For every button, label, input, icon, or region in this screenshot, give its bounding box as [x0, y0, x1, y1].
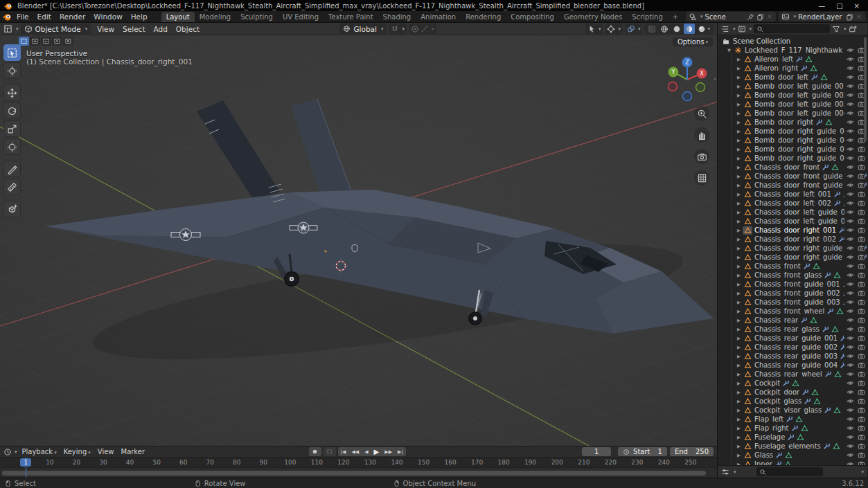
modifier-icon[interactable]: [800, 316, 808, 324]
modifier-icon[interactable]: [775, 451, 783, 459]
disclosure-triangle-icon[interactable]: ▶: [735, 462, 743, 466]
outliner-row-bomb-door-left-guide-004[interactable]: ▶Bomb_door_left_guide_004: [718, 109, 867, 118]
disable-render-camera-icon[interactable]: [858, 145, 865, 153]
zoom-icon[interactable]: [694, 106, 709, 121]
hide-eye-icon[interactable]: [847, 109, 854, 117]
disable-render-camera-icon[interactable]: [858, 199, 865, 207]
outliner-row-cockpit[interactable]: ▶Cockpit: [718, 379, 867, 388]
hide-eye-icon[interactable]: [847, 253, 854, 261]
timeline-scrollbar[interactable]: [2, 471, 706, 476]
outliner-row-chassis-front-guide-003[interactable]: ▶Chassis_front_guide_003: [718, 298, 867, 307]
hide-eye-icon[interactable]: [847, 226, 854, 234]
new-collection-icon[interactable]: [849, 25, 857, 33]
tool-scale[interactable]: [3, 120, 21, 137]
disclosure-triangle-icon[interactable]: ▶: [735, 300, 743, 305]
disable-render-camera-icon[interactable]: [858, 181, 865, 189]
mesh-data-icon[interactable]: [820, 73, 828, 81]
hide-eye-icon[interactable]: [847, 217, 854, 225]
disable-render-camera-icon[interactable]: [858, 253, 865, 261]
disclosure-triangle-icon[interactable]: ▶: [735, 165, 743, 170]
tool-transform[interactable]: [3, 138, 21, 155]
hide-eye-icon[interactable]: [847, 451, 854, 459]
filter-icon[interactable]: [832, 25, 840, 33]
properties-search-input[interactable]: [756, 467, 823, 476]
navigation-gizmo[interactable]: X Y Z: [662, 52, 713, 103]
outliner-row-parent[interactable]: ▼Lockheed_F_117_Nighthawk_Stealth_A: [718, 46, 867, 55]
modifier-icon[interactable]: [774, 460, 782, 465]
select-mode-invert[interactable]: [52, 37, 62, 46]
disable-render-camera-icon[interactable]: [858, 262, 865, 270]
hide-eye-icon[interactable]: [847, 82, 854, 90]
disclosure-triangle-icon[interactable]: ▶: [735, 426, 743, 431]
pin-icon[interactable]: [747, 13, 754, 21]
disclosure-triangle-icon[interactable]: ▶: [735, 390, 743, 395]
disclosure-triangle-icon[interactable]: ▶: [735, 417, 743, 422]
modifier-icon[interactable]: [787, 433, 795, 441]
outliner-row-chassis-door-front-guide-002[interactable]: ▶Chassis_door_front_guide_002: [718, 181, 867, 190]
outliner-row-cockpit-glass[interactable]: ▶Cockpit_glass: [718, 397, 867, 406]
disable-render-camera-icon[interactable]: [858, 415, 865, 423]
disclosure-triangle-icon[interactable]: ▶: [735, 336, 743, 341]
modifier-icon[interactable]: [822, 163, 829, 171]
modifier-icon[interactable]: [833, 199, 841, 207]
disclosure-triangle-icon[interactable]: ▶: [735, 228, 743, 233]
timeline-menu-marker[interactable]: Marker: [118, 448, 149, 455]
outliner-row-cockpit-door[interactable]: ▶Cockpit_door: [718, 388, 867, 397]
snap-magnet-icon[interactable]: [391, 25, 399, 33]
tab-modeling[interactable]: Modeling: [195, 12, 236, 22]
outliner-row-chassis-rear-glass[interactable]: ▶Chassis_rear_glass: [718, 325, 867, 334]
outliner-search-input[interactable]: [754, 24, 830, 33]
modifier-icon[interactable]: [824, 271, 831, 279]
disclosure-triangle-icon[interactable]: ▶: [735, 273, 743, 278]
outliner-row-chassis-door-front-guide-001[interactable]: ▶Chassis_door_front_guide_001: [718, 172, 867, 181]
outliner-row-aileron-left[interactable]: ▶Aileron_left: [718, 55, 867, 64]
outliner-row-chassis-front-wheel[interactable]: ▶Chassis_front_wheel: [718, 307, 867, 316]
tool-rotate[interactable]: [3, 102, 21, 119]
tool-cursor[interactable]: [3, 62, 21, 79]
disable-render-camera-icon[interactable]: [858, 190, 865, 198]
disclosure-triangle-icon[interactable]: ▶: [735, 129, 743, 134]
hide-eye-icon[interactable]: [847, 46, 854, 54]
current-frame-field[interactable]: 1: [582, 447, 611, 456]
hide-eye-icon[interactable]: [847, 379, 854, 387]
mesh-data-icon[interactable]: [833, 271, 841, 279]
modifier-icon[interactable]: [824, 406, 831, 414]
outliner-row-chassis-door-right-001[interactable]: ▶Chassis_door_right_001: [718, 226, 867, 235]
outliner-row-bomb-door-left-guide-001[interactable]: ▶Bomb_door_left_guide_001: [718, 82, 867, 91]
options-button[interactable]: Options▾: [673, 37, 713, 46]
modifier-icon[interactable]: [791, 424, 799, 432]
viewport-3d[interactable]: User Perspective (1) Scene Collection | …: [0, 35, 717, 446]
outliner-row-bomb-door-right[interactable]: ▶Bomb_door_right: [718, 118, 867, 127]
outliner-row-bomb-door-right-guide-004[interactable]: ▶Bomb_door_right_guide_004: [718, 154, 867, 163]
hide-eye-icon[interactable]: [847, 433, 854, 441]
disclosure-triangle-icon[interactable]: ▶: [735, 66, 743, 71]
maximize-button[interactable]: □: [836, 2, 842, 10]
outliner-row-chassis-rear-guide-002[interactable]: ▶Chassis_rear_guide_002: [718, 343, 867, 352]
auto-keying-button[interactable]: [309, 447, 321, 456]
mesh-data-icon[interactable]: [833, 406, 841, 414]
modifier-icon[interactable]: [811, 73, 818, 81]
hide-eye-icon[interactable]: [847, 424, 854, 432]
outliner-row-chassis-door-right-guide-002[interactable]: ▶Chassis_door_right_guide_002: [718, 253, 867, 262]
disable-render-camera-icon[interactable]: [858, 289, 865, 297]
tab-scripting[interactable]: Scripting: [627, 12, 667, 22]
disclosure-triangle-icon[interactable]: ▶: [735, 408, 743, 413]
play-backwards-button[interactable]: ◀: [362, 447, 371, 456]
disable-render-camera-icon[interactable]: [858, 271, 865, 279]
outliner-row-chassis-door-left-002[interactable]: ▶Chassis_door_left_002: [718, 199, 867, 208]
disclosure-triangle-icon[interactable]: ▶: [735, 201, 743, 206]
shading-solid-icon[interactable]: [673, 25, 681, 33]
timeline-editor-icon[interactable]: [3, 448, 12, 456]
disclosure-triangle-icon[interactable]: ▶: [735, 291, 743, 296]
disclosure-triangle-icon[interactable]: ▶: [735, 84, 743, 89]
disable-render-camera-icon[interactable]: [858, 163, 865, 171]
menu-window[interactable]: Window: [89, 12, 126, 21]
hide-eye-icon[interactable]: [847, 460, 854, 465]
proportional-editing-icon[interactable]: [411, 25, 419, 33]
hide-eye-icon[interactable]: [847, 262, 854, 270]
display-mode-icon[interactable]: [738, 25, 746, 33]
outliner-row-bomb-door-left[interactable]: ▶Bomb_door_left: [718, 73, 867, 82]
disclosure-triangle-icon[interactable]: ▶: [735, 156, 743, 161]
scene-selector[interactable]: ▾ Scene: [686, 12, 777, 21]
keying-sync-button[interactable]: [324, 447, 336, 456]
